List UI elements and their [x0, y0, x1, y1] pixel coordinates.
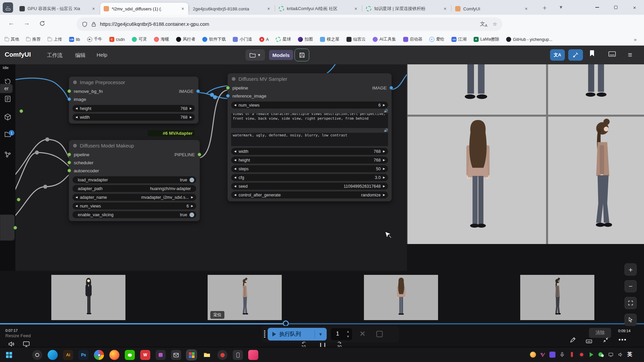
- taskbar-photoshop-icon[interactable]: Ps: [78, 350, 89, 360]
- bookmark-item[interactable]: 小门道: [233, 37, 252, 42]
- widget-control-after-generate[interactable]: ◀control_after_generaterandomize▶: [231, 191, 388, 198]
- bookmark-item[interactable]: 软件下载: [202, 37, 226, 42]
- taskbar-pink-app-icon[interactable]: [248, 350, 258, 360]
- bookmark-item[interactable]: 星球: [276, 37, 291, 42]
- result-thumbnail-4[interactable]: [520, 275, 594, 320]
- clipped-node-fragment[interactable]: [0, 215, 15, 241]
- widget-load-mvadapter[interactable]: load_mvadaptertrue: [72, 176, 196, 183]
- widget-enable-vae-slicing[interactable]: enable_vae_slicingtrue: [72, 211, 196, 218]
- increment-icon[interactable]: ▶: [383, 104, 385, 107]
- input-socket-pipeline[interactable]: [67, 153, 71, 157]
- browser-sidebar-icon[interactable]: ←: [3, 2, 13, 13]
- save-workflow-button[interactable]: [294, 49, 309, 61]
- decrement-icon[interactable]: ◀: [234, 167, 236, 170]
- tray-wechat-icon[interactable]: [598, 352, 604, 358]
- fit-view-button[interactable]: [625, 297, 637, 309]
- translate-button[interactable]: 文A: [550, 49, 565, 61]
- menu-edit[interactable]: 编辑: [75, 52, 86, 59]
- widget-height[interactable]: ◀height768▶: [231, 157, 388, 164]
- bookmark-item[interactable]: 上传: [48, 37, 62, 42]
- shield-icon[interactable]: [82, 21, 88, 27]
- bookmark-star-icon[interactable]: ☆: [493, 21, 497, 27]
- bookmark-item[interactable]: AI工具集: [373, 37, 396, 42]
- taskbar-active-app-icon[interactable]: [186, 350, 197, 360]
- taskbar-record-icon[interactable]: [217, 350, 227, 360]
- cancel-queue-icon[interactable]: ✕: [360, 330, 366, 338]
- tab-close-icon[interactable]: ×: [267, 6, 271, 11]
- model-library-icon[interactable]: [4, 113, 11, 121]
- speaker-icon[interactable]: 🔊: [228, 128, 391, 132]
- taskbar-illustrator-icon[interactable]: Ai: [63, 350, 73, 360]
- keyboard-icon[interactable]: [586, 338, 592, 346]
- collapse-dot-icon[interactable]: [73, 80, 77, 84]
- widget-seed[interactable]: ◀seed1109499526317648▶: [231, 183, 388, 190]
- increment-icon[interactable]: ▶: [383, 185, 385, 188]
- increment-icon[interactable]: ▶: [383, 150, 385, 153]
- back-button[interactable]: ←: [8, 19, 14, 27]
- toggle-icon[interactable]: [190, 178, 194, 182]
- bookmark-item[interactable]: Ccsdn: [109, 37, 125, 42]
- bookmark-item[interactable]: AA: [259, 37, 269, 42]
- speaker-icon[interactable]: 🔊: [228, 109, 391, 113]
- taskbar-chrome-icon[interactable]: [94, 350, 104, 360]
- tray-green-play-icon[interactable]: [588, 352, 594, 358]
- decrement-icon[interactable]: ◀: [234, 150, 236, 153]
- tab-close-icon[interactable]: ×: [524, 6, 528, 11]
- window-restore-button[interactable]: [608, 2, 623, 13]
- decrement-icon[interactable]: ◀: [234, 104, 236, 107]
- node-image-preprocessor[interactable]: Image Preprocessor remove_bg_fn IMAGE im…: [69, 76, 199, 124]
- zoom-in-button[interactable]: ＋: [625, 263, 637, 276]
- window-close-button[interactable]: ×: [627, 2, 642, 13]
- taskbar-phone-icon[interactable]: [233, 350, 243, 360]
- forward-button[interactable]: →: [23, 19, 30, 27]
- positive-prompt-textarea[interactable]: views of a female character,multiple vie…: [231, 113, 388, 128]
- bookmark-item[interactable]: ⊕千牛: [87, 37, 102, 42]
- decrement-icon[interactable]: ◀: [75, 116, 77, 119]
- node-header[interactable]: Diffusers MV Sampler: [228, 73, 391, 84]
- bookmark-item[interactable]: Liblib: [69, 37, 80, 42]
- tray-red-pin-icon[interactable]: [569, 352, 575, 358]
- input-socket-pipeline[interactable]: [226, 86, 230, 90]
- canvas-style-button[interactable]: [568, 49, 583, 61]
- widget-adapter-name[interactable]: ◀adapter_namemvadapter_i2mv_sdxl.s...▶: [72, 194, 196, 201]
- workflow-folder-button[interactable]: ▼: [246, 49, 265, 61]
- input-socket-scheduler[interactable]: [67, 161, 71, 165]
- bookmark-item[interactable]: 启动器: [403, 37, 423, 42]
- input-socket-reference-image[interactable]: [226, 94, 230, 98]
- output-socket-image[interactable]: [389, 86, 393, 90]
- widget-num-views[interactable]: ◀num_views6▶: [72, 202, 196, 209]
- widget-adapter-path[interactable]: adapter_pathhuanngzh/mv-adapter: [72, 185, 196, 192]
- widget-num-views[interactable]: ◀num_views6▶: [231, 102, 388, 109]
- tray-network-icon[interactable]: [608, 352, 614, 358]
- bookmark-item[interactable]: 可灵: [132, 37, 147, 42]
- tray-microphone-icon[interactable]: [559, 352, 565, 358]
- chevron-down-icon[interactable]: ▼: [318, 332, 323, 337]
- clipped-node-fragment[interactable]: er: [0, 84, 13, 93]
- increment-icon[interactable]: ▶: [383, 167, 385, 170]
- bookmark-item[interactable]: GitHub - yichengup...: [506, 37, 552, 42]
- bookmark-item[interactable]: 仙宫云: [346, 37, 366, 42]
- bookmarks-overflow-chevron[interactable]: »: [634, 37, 639, 42]
- edge-output-socket[interactable]: [17, 198, 20, 201]
- tab-list-chevron[interactable]: ▼: [559, 5, 563, 10]
- prev-icon[interactable]: ◀: [75, 196, 77, 199]
- zoom-out-button[interactable]: −: [625, 280, 637, 292]
- taskbar-obs-icon[interactable]: [32, 350, 42, 360]
- taskbar-w-app-icon[interactable]: W: [140, 350, 150, 360]
- decrement-icon[interactable]: ◀: [234, 176, 236, 179]
- start-button[interactable]: [4, 350, 14, 360]
- edge-output-socket[interactable]: [19, 109, 23, 113]
- collapse-dot-icon[interactable]: [232, 77, 235, 81]
- taskbar-firefox-icon[interactable]: [109, 350, 119, 360]
- next-icon[interactable]: ▶: [191, 196, 193, 199]
- url-text[interactable]: https://2ge4jcu6kqntbrj5-8188.container.…: [100, 21, 209, 27]
- edit-pencil-icon[interactable]: [570, 337, 576, 345]
- taskbar-edge-icon[interactable]: [48, 350, 58, 360]
- output-socket-image[interactable]: [196, 89, 200, 93]
- tab-krita-comfyui[interactable]: krita&Comfyui Ai绘画 社区 ×: [275, 3, 361, 15]
- bookmark-item[interactable]: 模之屋: [320, 37, 339, 42]
- increment-icon[interactable]: ▶: [190, 116, 192, 119]
- tray-orange-icon[interactable]: [530, 352, 536, 358]
- negative-prompt-textarea[interactable]: watermark, ugly, deformed, noisy, blurry…: [231, 133, 388, 146]
- next-icon[interactable]: ▶: [383, 193, 385, 196]
